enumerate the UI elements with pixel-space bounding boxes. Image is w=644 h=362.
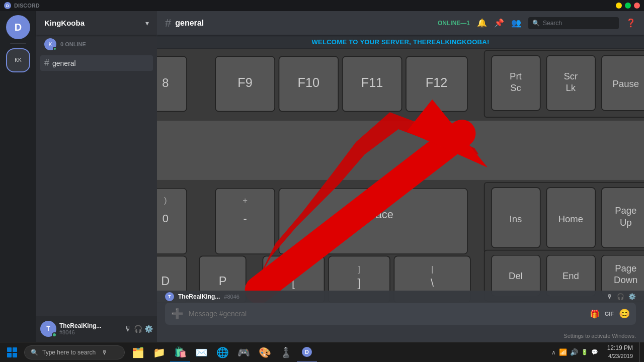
close-button[interactable]: [634, 3, 640, 9]
tray-chevron-icon[interactable]: ∧: [551, 349, 556, 356]
start-button[interactable]: [0, 342, 24, 363]
emoji-icon[interactable]: 😊: [619, 308, 630, 319]
svg-text:F12: F12: [426, 75, 448, 89]
question-icon[interactable]: ❓: [626, 18, 636, 28]
server-chevron-icon: ▾: [145, 19, 149, 27]
svg-text:Lk: Lk: [566, 82, 576, 93]
bell-icon[interactable]: 🔔: [477, 18, 487, 28]
channel-header-name: general: [175, 19, 204, 28]
typing-username: TheRealKing...: [178, 293, 220, 300]
taskbar-clock[interactable]: 12:19 PM 4/23/2019: [603, 344, 637, 360]
tray-network-icon[interactable]: 📶: [559, 348, 567, 356]
taskbar-right: ∧ 📶 🔊 🔋 💬 12:19 PM 4/23/2019: [548, 342, 644, 363]
svg-text:): ): [164, 196, 167, 205]
svg-text:-: -: [243, 212, 247, 225]
tray-volume-icon[interactable]: 🔊: [570, 348, 578, 356]
channel-hash-icon: #: [44, 58, 49, 68]
typing-indicator: T TheRealKing... #8046 🎙 🎧 ⚙️: [157, 291, 644, 303]
search-placeholder: Search: [543, 20, 562, 27]
taskbar-app-explorer[interactable]: 🗂️: [128, 342, 148, 363]
user-settings-button[interactable]: ⚙️: [144, 325, 153, 333]
home-button[interactable]: D: [6, 15, 30, 39]
discord-logo: D: [4, 2, 11, 9]
taskbar-mic-icon[interactable]: 🎙: [102, 349, 108, 356]
svg-text:]: ]: [358, 264, 360, 274]
svg-text:Del: Del: [509, 270, 523, 281]
channel-header: # general ONLINE—1 🔔 📌 👥 🔍 Search ❓: [157, 11, 644, 35]
show-desktop-button[interactable]: [639, 342, 642, 363]
taskbar-app-files[interactable]: 📁: [149, 342, 169, 363]
user-avatar-typing: T: [165, 292, 174, 301]
user-panel: T TheRealKing... #8046 🎙 🎧 ⚙️: [36, 316, 157, 342]
discord-titlebar: D DISCORD: [0, 0, 644, 11]
channel-item-general[interactable]: # general: [40, 55, 153, 71]
svg-text:0: 0: [163, 212, 169, 225]
message-input-area: ➕ 🎁 GIF 😊: [157, 303, 644, 330]
taskbar-app-twitch[interactable]: 🎮: [233, 342, 254, 363]
activate-windows-text[interactable]: Settings to activate Windows.: [564, 333, 636, 339]
svg-text:End: End: [562, 270, 579, 281]
svg-text:Up: Up: [620, 217, 632, 228]
maximize-button[interactable]: [625, 3, 631, 9]
server-list: D KK: [0, 11, 36, 342]
taskbar-app-browser[interactable]: 🌐: [212, 342, 232, 363]
taskbar-app-steam[interactable]: ♟️: [276, 342, 296, 363]
channel-header-left: # general: [165, 17, 204, 30]
taskbar-search-placeholder: Type here to search: [42, 349, 96, 356]
svg-rect-32: [157, 189, 187, 254]
deafen-button[interactable]: 🎧: [134, 325, 142, 333]
svg-text:F9: F9: [237, 75, 252, 89]
message-input-bar[interactable]: ➕ 🎁 GIF 😊: [165, 303, 636, 325]
chat-area: 8 F9 F10 F11: [157, 49, 644, 303]
svg-text:F10: F10: [298, 75, 320, 89]
add-file-icon[interactable]: ➕: [171, 308, 184, 320]
server-name: KingKooba: [44, 19, 85, 27]
tray-battery-icon[interactable]: 🔋: [581, 349, 588, 355]
svg-text:Scr: Scr: [564, 71, 578, 81]
taskbar-app-discord[interactable]: D: [297, 342, 317, 363]
username: TheRealKing...: [59, 322, 122, 329]
user-avatar: T: [40, 321, 56, 337]
svg-text:Prt: Prt: [510, 71, 522, 81]
svg-text:Sc: Sc: [510, 82, 521, 93]
gift-icon[interactable]: 🎁: [590, 309, 600, 319]
online-members-bar: K 0 ONLINE: [36, 35, 157, 53]
taskbar-search[interactable]: 🔍 Type here to search 🎙: [24, 345, 125, 359]
members-icon[interactable]: 👥: [511, 18, 521, 28]
search-icon: 🔍: [532, 20, 540, 27]
channel-name: general: [52, 59, 76, 67]
taskbar-app-store[interactable]: 🛍️: [170, 342, 190, 363]
taskbar-apps: 🗂️ 📁 🛍️ ✉️ 🌐 🎮 🎨 ♟️: [128, 342, 548, 363]
activate-windows-notice: Settings to activate Windows.: [157, 330, 644, 342]
channel-list: # general: [36, 53, 157, 316]
mute-mic-button[interactable]: 🎙: [125, 325, 132, 333]
svg-rect-4: [157, 56, 187, 111]
welcome-text: WELCOME TO YOUR SERVER, THEREALKINGKOOBA…: [311, 38, 489, 46]
minimize-button[interactable]: [616, 3, 622, 9]
keyboard-svg: 8 F9 F10 F11: [157, 49, 644, 303]
gif-icon[interactable]: GIF: [605, 311, 614, 317]
settings-icon[interactable]: ⚙️: [628, 293, 636, 300]
server-name-bar[interactable]: KingKooba ▾: [36, 11, 157, 35]
svg-text:8: 8: [162, 76, 169, 89]
svg-text:Pause: Pause: [613, 78, 639, 89]
taskbar-app-mail[interactable]: ✉️: [191, 342, 211, 363]
taskbar-app-paint[interactable]: 🎨: [255, 342, 275, 363]
taskbar-time: 12:19 PM: [607, 344, 633, 352]
headset-icon[interactable]: 🎧: [617, 293, 624, 300]
server-icon-kingkooba[interactable]: KK: [6, 48, 30, 72]
svg-text:Home: Home: [558, 214, 583, 224]
user-tag: #8046: [59, 329, 122, 335]
pin-icon[interactable]: 📌: [494, 18, 504, 28]
tray-message-icon[interactable]: 💬: [591, 349, 598, 355]
tray-icons: ∧ 📶 🔊 🔋 💬: [548, 348, 601, 356]
message-input-field[interactable]: [189, 310, 585, 318]
typing-tag: #8046: [224, 294, 239, 300]
mic-mute-icon[interactable]: 🎙: [607, 293, 613, 300]
channel-sidebar: KingKooba ▾ K 0 ONLINE # general: [36, 11, 157, 342]
search-bar[interactable]: 🔍 Search: [528, 17, 619, 29]
online-badge-right: ONLINE—1: [438, 20, 470, 27]
channel-header-right: ONLINE—1 🔔 📌 👥 🔍 Search ❓: [438, 17, 636, 29]
svg-text:P: P: [219, 275, 227, 288]
svg-text:\: \: [431, 277, 434, 289]
